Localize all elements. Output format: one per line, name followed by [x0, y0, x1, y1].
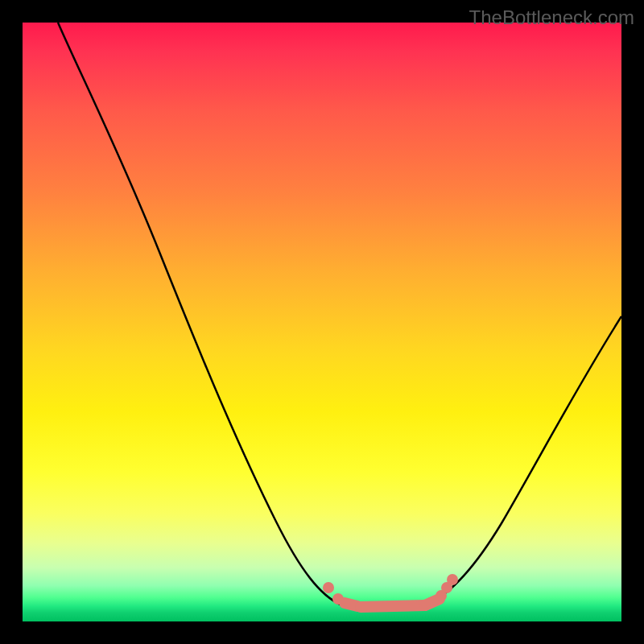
- marker-dot: [323, 582, 334, 593]
- plot-area: [23, 23, 621, 621]
- marker-seg: [425, 599, 440, 605]
- bottleneck-curve: [23, 23, 621, 621]
- watermark: TheBottleneck.com: [469, 6, 634, 29]
- marker-dot: [447, 574, 458, 585]
- curve-right: [429, 316, 621, 603]
- marker-seg: [361, 605, 425, 607]
- curve-left: [58, 23, 341, 605]
